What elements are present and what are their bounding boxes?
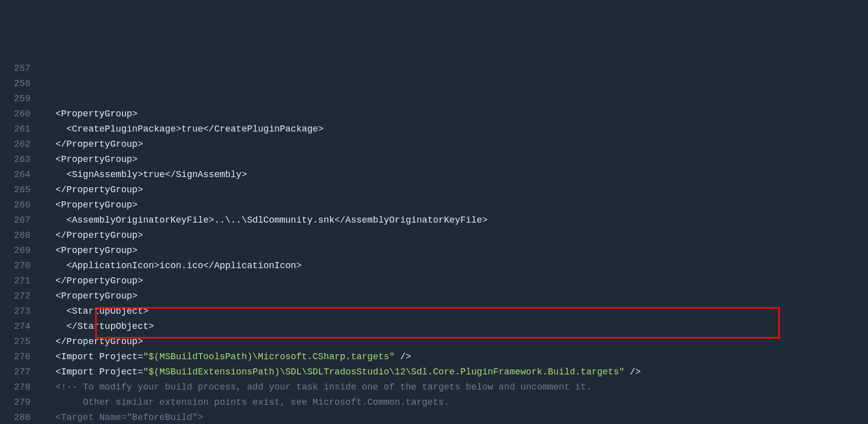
token: </StartupObject>: [66, 321, 154, 331]
line-number: 273: [0, 304, 30, 319]
line-number: 277: [0, 364, 30, 379]
token: <PropertyGroup>: [56, 291, 138, 301]
code-line[interactable]: Other similar extension points exist, se…: [45, 395, 868, 410]
code-line[interactable]: <PropertyGroup>: [45, 243, 868, 258]
code-line[interactable]: </PropertyGroup>: [45, 273, 868, 288]
line-number: 266: [0, 197, 30, 213]
code-line[interactable]: <SignAssembly>true</SignAssembly>: [45, 167, 868, 182]
token: />: [624, 367, 641, 377]
token: <PropertyGroup>: [56, 245, 138, 256]
line-number: 279: [0, 395, 30, 410]
code-line[interactable]: <PropertyGroup>: [45, 197, 868, 213]
code-line[interactable]: <AssemblyOriginatorKeyFile>..\..\SdlComm…: [45, 213, 868, 228]
code-line[interactable]: <Target Name="BeforeBuild">: [45, 410, 868, 424]
code-line[interactable]: </PropertyGroup>: [45, 228, 868, 243]
token: <Target Name="BeforeBuild">: [56, 412, 204, 422]
line-number: 270: [0, 258, 30, 273]
line-number: 269: [0, 243, 30, 258]
line-number: 276: [0, 349, 30, 364]
line-number: 257: [0, 61, 30, 76]
token: Other similar extension points exist, se…: [83, 397, 450, 407]
line-number: 258: [0, 76, 30, 91]
token: Project=: [99, 367, 143, 377]
line-number: 278: [0, 379, 30, 395]
code-line[interactable]: </PropertyGroup>: [45, 182, 868, 197]
token: "$(MSBuildToolsPath)\Microsoft.CSharp.ta…: [143, 352, 394, 362]
line-number: 271: [0, 273, 30, 288]
token: </PropertyGroup>: [56, 185, 143, 195]
code-editor[interactable]: 2572582592602612622632642652662672682692…: [0, 61, 868, 424]
token: icon.ico: [160, 261, 203, 271]
token: <PropertyGroup>: [56, 200, 138, 210]
token: </PropertyGroup>: [56, 230, 143, 240]
line-number: 268: [0, 228, 30, 243]
token: <Import: [56, 367, 99, 377]
code-line[interactable]: <Import Project="$(MSBuildExtensionsPath…: [45, 364, 868, 379]
token: <PropertyGroup>: [56, 109, 138, 119]
token: ..\..\SdlCommunity.snk: [214, 215, 335, 225]
code-line[interactable]: <PropertyGroup>: [45, 106, 868, 121]
token: <PropertyGroup>: [56, 154, 138, 164]
token: </AssemblyOriginatorKeyFile>: [335, 215, 488, 225]
code-line[interactable]: <Import Project="$(MSBuildToolsPath)\Mic…: [45, 349, 868, 364]
line-number: 280: [0, 410, 30, 424]
token: />: [394, 352, 411, 362]
token: </CreatePluginPackage>: [203, 124, 324, 134]
token: <CreatePluginPackage>: [66, 124, 181, 134]
token: Project=: [99, 352, 143, 362]
token: </PropertyGroup>: [56, 139, 143, 149]
token: <StartupObject>: [66, 306, 148, 316]
token: true: [181, 124, 203, 134]
token: <SignAssembly>: [66, 169, 143, 180]
line-number: 272: [0, 288, 30, 304]
line-number: 263: [0, 152, 30, 167]
line-number: 275: [0, 334, 30, 349]
code-line[interactable]: </PropertyGroup>: [45, 137, 868, 152]
line-number: 274: [0, 319, 30, 334]
token: true: [143, 169, 165, 180]
token: </PropertyGroup>: [56, 336, 143, 347]
line-number: 260: [0, 106, 30, 121]
line-number-gutter: 2572582592602612622632642652662672682692…: [0, 61, 45, 424]
code-content[interactable]: <PropertyGroup> <CreatePluginPackage>tru…: [45, 61, 868, 424]
token: </ApplicationIcon>: [203, 261, 301, 271]
line-number: 265: [0, 182, 30, 197]
line-number: 259: [0, 91, 30, 106]
token: <Import: [56, 352, 99, 362]
line-number: 267: [0, 213, 30, 228]
code-line[interactable]: <CreatePluginPackage>true</CreatePluginP…: [45, 121, 868, 137]
token: <AssemblyOriginatorKeyFile>: [66, 215, 214, 225]
code-line[interactable]: <ApplicationIcon>icon.ico</ApplicationIc…: [45, 258, 868, 273]
line-number: 261: [0, 121, 30, 137]
token: </PropertyGroup>: [56, 276, 143, 286]
token: <!-- To modify your build process, add y…: [56, 382, 592, 392]
line-number: 264: [0, 167, 30, 182]
code-line[interactable]: <StartupObject>: [45, 304, 868, 319]
token: </SignAssembly>: [165, 169, 247, 180]
code-line[interactable]: <PropertyGroup>: [45, 152, 868, 167]
code-line[interactable]: <PropertyGroup>: [45, 288, 868, 304]
token: "$(MSBuildExtensionsPath)\SDL\SDLTradosS…: [143, 367, 624, 377]
code-line[interactable]: </StartupObject>: [45, 319, 868, 334]
code-line[interactable]: <!-- To modify your build process, add y…: [45, 379, 868, 395]
code-line[interactable]: </PropertyGroup>: [45, 334, 868, 349]
line-number: 262: [0, 137, 30, 152]
token: <ApplicationIcon>: [66, 261, 160, 271]
